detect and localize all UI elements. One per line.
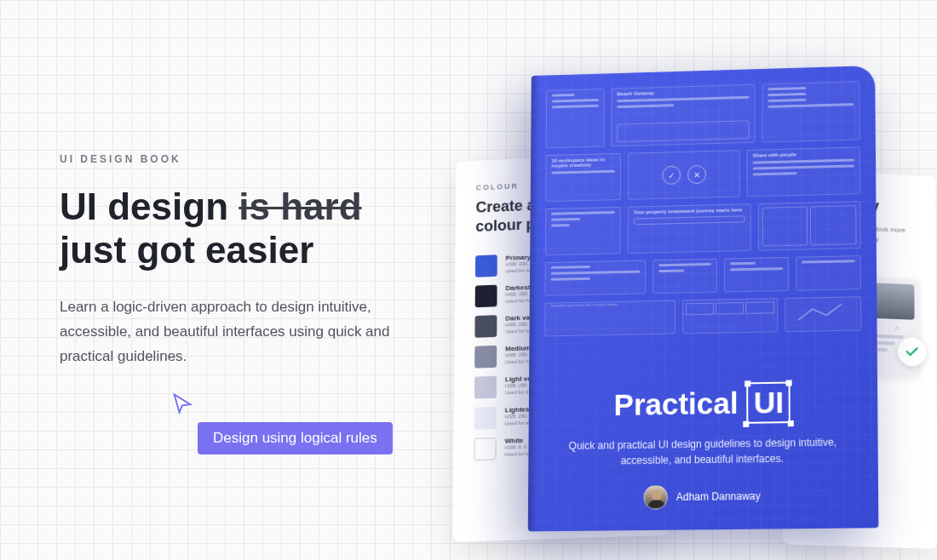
book-title-word1: Practical <box>614 386 739 423</box>
wf-workspace: 10 workspace ideas to inspire creativity <box>545 153 621 202</box>
wf-property: Your property investment journey starts … <box>628 203 751 254</box>
author-name: Adham Dannaway <box>676 490 761 503</box>
wf-panel <box>762 81 860 142</box>
book-title-word2: UI <box>754 386 784 420</box>
author-avatar <box>644 485 668 510</box>
swatch-color <box>474 315 497 338</box>
wf-panel-6 <box>796 255 861 291</box>
swatch-color <box>474 437 496 460</box>
book-subtitle: Quick and practical UI design guidelines… <box>562 434 843 469</box>
close-circle-icon: ✕ <box>687 165 706 184</box>
parking-icon: ⌂ <box>895 324 900 332</box>
wf-beach: Beach Getaway <box>611 84 756 146</box>
wf-boxes <box>757 201 860 251</box>
headline-suffix: just got easier <box>60 229 313 271</box>
line-chart-icon <box>785 297 861 331</box>
eyebrow-label: UI DESIGN BOOK <box>60 153 426 165</box>
hero-text: UI DESIGN BOOK UI design is hard just go… <box>60 153 426 369</box>
wf-circles: ✓ ✕ <box>628 150 740 200</box>
wf-share: Share with people <box>747 146 861 197</box>
swatch-color <box>475 254 497 277</box>
author-row: Adham Dannaway <box>528 483 878 511</box>
headline-prefix: UI design <box>60 186 239 227</box>
swatch-color <box>475 284 497 307</box>
wf-panel-4 <box>652 259 717 294</box>
swatch-color <box>474 376 497 399</box>
book-title-block: Practical UI Quick and practical UI desi… <box>562 381 843 470</box>
ui-frame: UI <box>747 382 791 424</box>
wf-panel-3 <box>545 260 647 296</box>
wf-panel-2 <box>545 207 621 255</box>
hero-description: Learn a logic-driven approach to design … <box>60 295 426 369</box>
wf-panel-5 <box>724 257 789 293</box>
book-cover: Beach Getaway 10 workspace ideas to insp… <box>528 66 879 531</box>
headline-strike: is hard <box>239 186 361 227</box>
wf-brand: Strengthen your brand with a custom doma… <box>544 300 675 337</box>
swatch-color <box>474 346 497 369</box>
cta-button[interactable]: Design using logical rules <box>198 422 393 454</box>
headline: UI design is hard just got easier <box>60 186 426 271</box>
swatch-color <box>474 407 497 430</box>
wf-card <box>546 89 605 148</box>
wf-chart <box>785 296 862 332</box>
check-circle-icon: ✓ <box>662 166 681 185</box>
cursor-icon <box>170 391 194 419</box>
check-badge <box>898 337 927 367</box>
check-icon <box>905 344 920 360</box>
wf-panel-7 <box>682 298 778 334</box>
